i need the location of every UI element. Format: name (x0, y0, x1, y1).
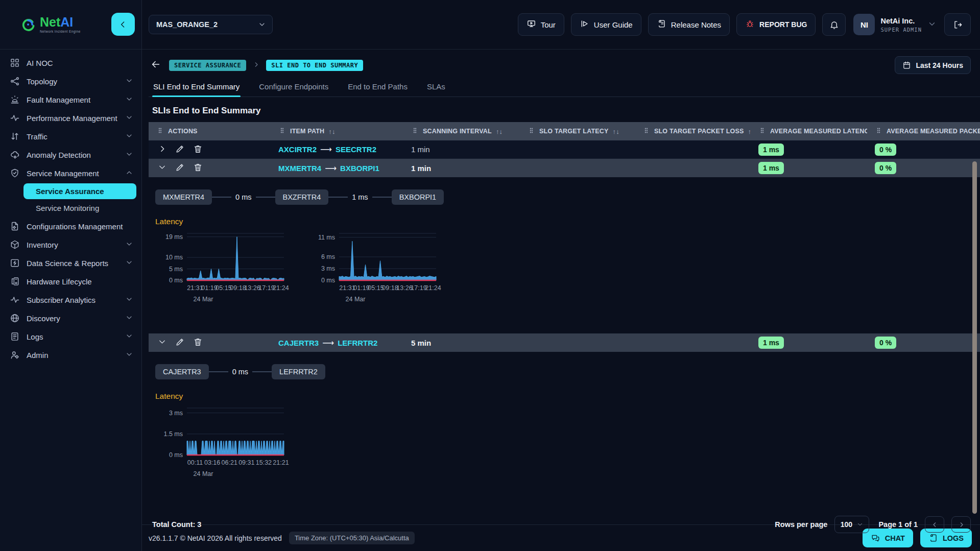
chevron-down-icon (125, 332, 136, 342)
site-selector-dropdown[interactable]: MAS_ORANGE_2 (149, 15, 273, 34)
sort-icon[interactable]: ↑↓ (613, 128, 619, 135)
row-actions (149, 162, 271, 174)
time-range-button[interactable]: Last 24 Hours (895, 56, 971, 74)
edit-button[interactable] (174, 144, 185, 155)
profile-menu[interactable]: NI NetAi Inc. SUPER ADMIN (853, 14, 937, 35)
drag-handle-icon[interactable] (758, 127, 766, 136)
chevron-down-icon (258, 20, 266, 29)
svg-text:01:19: 01:19 (201, 284, 217, 292)
sidebar-item-ai-noc[interactable]: AI NOC (0, 54, 136, 72)
topbar: MAS_ORANGE_2 TourUser GuideRelease Notes… (142, 0, 980, 50)
source-node-link[interactable]: CAJERTR3 (278, 339, 319, 347)
path-node-chip[interactable]: CAJERTR3 (155, 364, 209, 379)
delete-button[interactable] (192, 337, 203, 348)
tab-end-to-end-paths[interactable]: End to End Paths (347, 79, 409, 97)
tab-sli-end-to-end-summary[interactable]: SLI End to End Summary (152, 79, 241, 97)
sidebar-item-label: Service Management (27, 169, 118, 178)
delete-button[interactable] (192, 144, 203, 155)
breadcrumb-item[interactable]: SERVICE ASSURANCE (169, 60, 246, 71)
tab-slas[interactable]: SLAs (426, 79, 446, 97)
tour-button[interactable]: Tour (518, 13, 564, 36)
rows-per-page-select[interactable]: 100 (834, 516, 869, 533)
column-header-item-path[interactable]: ITEM PATH↑↓ (271, 127, 403, 136)
svg-text:0 ms: 0 ms (169, 277, 183, 284)
svg-text:0 ms: 0 ms (321, 277, 335, 284)
sidebar-item-performance-management[interactable]: Performance Management (0, 109, 136, 127)
column-header-slo-target-latecy[interactable]: SLO TARGET LATECY↑↓ (520, 127, 635, 136)
sidebar-item-traffic[interactable]: Traffic (0, 127, 136, 146)
vertical-scrollbar[interactable] (972, 161, 977, 514)
prev-page-button[interactable] (925, 516, 944, 533)
edit-button[interactable] (174, 337, 185, 348)
sidebar-item-subscriber-analytics[interactable]: Subscriber Analytics (0, 291, 136, 309)
packet-loss-badge: 0 % (875, 143, 896, 156)
sidebar-collapse-button[interactable] (111, 13, 135, 36)
chevron-down-icon (856, 521, 864, 528)
target-node-link[interactable]: LEFRRTR2 (338, 339, 377, 347)
column-header-average-measured-latency[interactable]: AVERAGE MEASURED LATENCY↑↓ (751, 127, 867, 136)
sidebar-item-service-monitoring[interactable]: Service Monitoring (23, 200, 136, 216)
edit-button[interactable] (174, 162, 185, 174)
sidebar-item-inventory[interactable]: Inventory (0, 235, 136, 254)
column-header-actions[interactable]: ACTIONS (149, 127, 271, 136)
breadcrumb: SERVICE ASSURANCESLI END TO END SUMMARY … (149, 56, 980, 74)
path-node-chip[interactable]: MXMERTR4 (155, 189, 212, 205)
sidebar-item-fault-management[interactable]: Fault Management (0, 90, 136, 109)
arrow-right-icon: ⟶ (322, 339, 334, 347)
sort-icon[interactable]: ↑↓ (496, 128, 503, 135)
drag-handle-icon[interactable] (875, 127, 882, 136)
sidebar-item-data-science-reports[interactable]: Data Science & Reports (0, 254, 136, 272)
logout-button[interactable] (944, 13, 971, 36)
column-header-slo-target-packet-loss[interactable]: SLO TARGET PACKET LOSS↑↓ (635, 127, 751, 136)
app-logo[interactable]: NetAI Network Incident Engine (20, 16, 81, 34)
drag-handle-icon[interactable] (278, 127, 286, 136)
report-bug-button[interactable]: REPORT BUG (736, 13, 816, 36)
sidebar-item-service-assurance[interactable]: Service Assurance (23, 183, 136, 199)
sidebar-item-admin[interactable]: Admin (0, 346, 136, 364)
table-row[interactable]: AXCIRTR2⟶SEECRTR21 min1 ms0 % (149, 140, 980, 159)
sidebar-item-logs[interactable]: Logs (0, 327, 136, 346)
expand-row-button[interactable] (156, 144, 168, 155)
collapse-row-button[interactable] (156, 162, 168, 174)
path-node-chip[interactable]: BXBORPI1 (392, 189, 444, 205)
breadcrumb-item[interactable]: SLI END TO END SUMMARY (266, 60, 363, 71)
release-notes-button[interactable]: Release Notes (648, 13, 730, 36)
target-node-link[interactable]: SEECRTR2 (336, 145, 376, 154)
collapse-row-button[interactable] (156, 337, 168, 348)
svg-text:0 ms: 0 ms (169, 451, 183, 459)
chevron-down-icon (125, 95, 136, 105)
user-guide-button[interactable]: User Guide (571, 13, 641, 36)
drag-handle-icon[interactable] (411, 127, 419, 136)
sort-icon[interactable]: ↑↓ (328, 128, 335, 135)
drag-handle-icon[interactable] (642, 127, 650, 136)
sidebar-item-configurations-management[interactable]: Configurations Management (0, 217, 136, 235)
pulse-icon (10, 113, 20, 123)
avg-measured-latency-cell: 1 ms (751, 143, 867, 156)
sidebar-item-label: Logs (27, 332, 118, 341)
delete-button[interactable] (192, 162, 203, 174)
drag-handle-icon[interactable] (156, 127, 164, 136)
sidebar-item-anomaly-detection[interactable]: Anomaly Detection (0, 146, 136, 164)
table-row[interactable]: CAJERTR3⟶LEFRRTR25 min1 ms0 % (149, 333, 980, 352)
sidebar-item-hardware-lifecycle[interactable]: Hardware Lifecycle (0, 272, 136, 291)
sidebar-item-service-management[interactable]: Service Management (0, 164, 136, 182)
latency-badge: 1 ms (758, 337, 784, 349)
svg-text:10 ms: 10 ms (165, 254, 183, 261)
column-header-average-measured-packet-loss[interactable]: AVERAGE MEASURED PACKET LOSS (867, 127, 980, 136)
next-page-button[interactable] (951, 516, 971, 533)
path-node-chip[interactable]: LEFRRTR2 (272, 364, 325, 379)
source-node-link[interactable]: MXMERTR4 (278, 164, 321, 173)
target-node-link[interactable]: BXBORPI1 (340, 164, 379, 173)
app-root: NetAI Network Incident Engine AI NOCTopo… (0, 0, 980, 551)
notifications-button[interactable] (822, 13, 846, 36)
source-node-link[interactable]: AXCIRTR2 (278, 145, 317, 154)
table-row[interactable]: MXMERTR4⟶BXBORPI11 min1 ms0 % (149, 159, 980, 177)
drag-handle-icon[interactable] (528, 127, 535, 136)
avg-measured-packet-loss-cell: 0 % (867, 143, 980, 156)
column-header-scanning-interval[interactable]: SCANNING INTERVAL↑↓ (403, 127, 520, 136)
back-button[interactable] (149, 58, 163, 73)
sidebar-item-discovery[interactable]: Discovery (0, 309, 136, 327)
tab-configure-endpoints[interactable]: Configure Endpoints (258, 79, 329, 97)
path-node-chip[interactable]: BXZFRTR4 (275, 189, 329, 205)
sidebar-item-topology[interactable]: Topology (0, 72, 136, 90)
